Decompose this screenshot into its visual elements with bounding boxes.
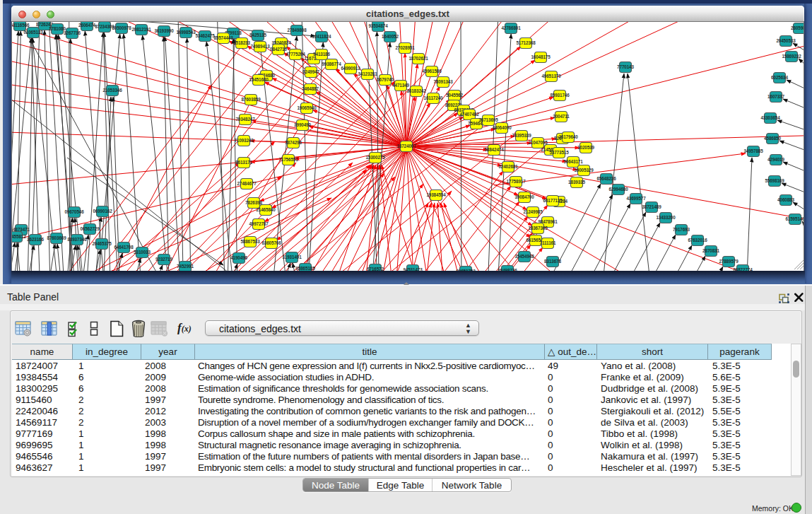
svg-text:39084700: 39084700 — [514, 194, 534, 199]
svg-text:06990162: 06990162 — [93, 209, 112, 214]
svg-text:9413186: 9413186 — [313, 52, 330, 57]
svg-text:9232719: 9232719 — [155, 257, 172, 262]
svg-text:8425135: 8425135 — [249, 33, 266, 37]
svg-text:49651370: 49651370 — [541, 74, 561, 78]
svg-text:87603859: 87603859 — [241, 97, 261, 102]
svg-text:01065133: 01065133 — [23, 30, 43, 35]
svg-text:71093248: 71093248 — [234, 138, 254, 143]
svg-text:02402681: 02402681 — [498, 164, 518, 169]
svg-text:27889579: 27889579 — [719, 259, 739, 264]
svg-text:43455812: 43455812 — [11, 234, 26, 239]
svg-text:36193990: 36193990 — [154, 28, 174, 33]
svg-text:43303654: 43303654 — [760, 115, 780, 120]
svg-text:21465840: 21465840 — [256, 207, 276, 212]
svg-text:0249947: 0249947 — [302, 69, 319, 74]
svg-text:34957885: 34957885 — [743, 148, 763, 153]
svg-text:28498776: 28498776 — [498, 268, 517, 271]
svg-text:58842474: 58842474 — [484, 147, 504, 152]
svg-text:53773515: 53773515 — [549, 150, 569, 155]
svg-text:1607337: 1607337 — [767, 94, 784, 99]
svg-text:7770143: 7770143 — [617, 64, 634, 69]
svg-text:34123281: 34123281 — [358, 71, 377, 76]
svg-text:15300275: 15300275 — [365, 155, 385, 160]
svg-text:8313678: 8313678 — [544, 259, 561, 264]
svg-text:4294019: 4294019 — [767, 157, 784, 162]
svg-text:39005329: 39005329 — [574, 168, 594, 173]
svg-text:5310033: 5310033 — [134, 250, 151, 255]
svg-text:1640052: 1640052 — [382, 34, 399, 39]
svg-text:87603669: 87603669 — [47, 235, 66, 240]
svg-text:7917693: 7917693 — [673, 227, 690, 232]
svg-text:67632016: 67632016 — [688, 238, 707, 243]
svg-text:74395339: 74395339 — [512, 133, 531, 138]
svg-text:53462475: 53462475 — [195, 33, 215, 38]
svg-text:80500978: 80500978 — [112, 25, 131, 30]
svg-text:7874296: 7874296 — [285, 140, 302, 145]
svg-text:16998543: 16998543 — [176, 30, 196, 35]
svg-text:8613171: 8613171 — [235, 160, 252, 165]
svg-text:27028951: 27028951 — [395, 45, 415, 50]
svg-text:88937346: 88937346 — [67, 237, 87, 242]
svg-text:7826398: 7826398 — [245, 200, 262, 205]
svg-text:47407482: 47407482 — [459, 112, 479, 117]
svg-text:26179640: 26179640 — [558, 134, 578, 139]
svg-text:05865185: 05865185 — [295, 266, 315, 271]
svg-text:42786801: 42786801 — [501, 25, 521, 30]
svg-text:55698169: 55698169 — [765, 178, 784, 183]
svg-text:31931491: 31931491 — [282, 255, 302, 259]
svg-text:7464887: 7464887 — [302, 86, 319, 91]
svg-text:13433200: 13433200 — [656, 215, 676, 220]
svg-text:21249985: 21249985 — [523, 209, 543, 214]
svg-text:71756551: 71756551 — [278, 157, 298, 162]
svg-text:78091343: 78091343 — [433, 79, 453, 84]
svg-text:1839335: 1839335 — [568, 180, 585, 185]
svg-text:99650752: 99650752 — [456, 269, 476, 271]
svg-text:21053346: 21053346 — [102, 88, 122, 93]
svg-text:5045562: 5045562 — [446, 93, 463, 98]
svg-text:7452991: 7452991 — [177, 264, 194, 269]
svg-text:3518233: 3518233 — [233, 40, 250, 45]
svg-text:74989413: 74989413 — [250, 44, 270, 49]
svg-text:2004711: 2004711 — [553, 114, 570, 119]
svg-text:1020539: 1020539 — [577, 145, 594, 150]
svg-text:09670546: 09670546 — [64, 209, 84, 214]
svg-text:35454948: 35454948 — [514, 254, 534, 259]
svg-text:6716572: 6716572 — [367, 267, 384, 271]
svg-text:36183242: 36183242 — [406, 88, 426, 93]
svg-text:47775204: 47775204 — [286, 52, 305, 57]
svg-text:3990490: 3990490 — [294, 122, 311, 127]
svg-text:62994680: 62994680 — [608, 187, 628, 192]
svg-text:4586850: 4586850 — [764, 136, 781, 141]
svg-text:2870831: 2870831 — [702, 248, 719, 253]
svg-text:38721489: 38721489 — [642, 204, 661, 209]
svg-text:4060883: 4060883 — [777, 197, 794, 202]
svg-text:12411824: 12411824 — [312, 34, 331, 39]
svg-text:58867533: 58867533 — [240, 239, 260, 244]
svg-text:0679740: 0679740 — [377, 77, 394, 82]
svg-text:85931746: 85931746 — [550, 93, 570, 98]
svg-text:06562729: 06562729 — [80, 226, 100, 231]
svg-text:64641708: 64641708 — [114, 245, 134, 250]
svg-text:50643171: 50643171 — [563, 159, 583, 164]
svg-text:6025634: 6025634 — [771, 75, 788, 80]
svg-text:27849808: 27849808 — [287, 28, 307, 33]
svg-text:20812191: 20812191 — [131, 27, 151, 32]
svg-text:17758917: 17758917 — [506, 179, 526, 184]
svg-text:19384554: 19384554 — [426, 192, 446, 197]
svg-text:20465375: 20465375 — [92, 241, 112, 246]
svg-text:19065940: 19065940 — [297, 105, 317, 110]
svg-text:94531473: 94531473 — [403, 267, 423, 271]
svg-text:65648236: 65648236 — [596, 176, 616, 181]
svg-text:20450533: 20450533 — [776, 38, 796, 43]
svg-text:21047095: 21047095 — [528, 140, 548, 145]
svg-text:51712368: 51712368 — [516, 40, 536, 45]
svg-text:18724007: 18724007 — [396, 144, 416, 148]
svg-text:27484677: 27484677 — [237, 181, 257, 186]
svg-text:2805982: 2805982 — [791, 25, 804, 30]
svg-text:0842710: 0842710 — [270, 47, 287, 52]
svg-text:4471349: 4471349 — [392, 83, 409, 88]
svg-text:2606474: 2606474 — [78, 23, 95, 28]
svg-text:16048175: 16048175 — [531, 54, 551, 59]
svg-text:99386774: 99386774 — [322, 62, 341, 66]
svg-text:85574443: 85574443 — [213, 35, 233, 40]
